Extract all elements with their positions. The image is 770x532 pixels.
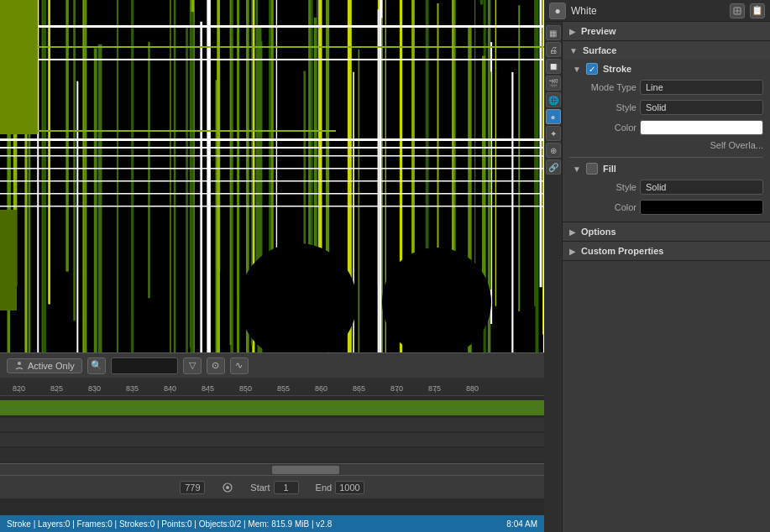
- camera-icon-btn[interactable]: ⊙: [207, 357, 225, 374]
- filter-icon: ▽: [189, 360, 196, 371]
- stroke-mode-type-row: Mode Type Line: [569, 78, 763, 96]
- end-label: End: [316, 482, 333, 493]
- person-icon: [14, 361, 24, 371]
- search-input[interactable]: [111, 357, 178, 374]
- particle-icon-btn[interactable]: ✦: [546, 126, 561, 141]
- timeline-tracks: [0, 396, 544, 463]
- ruler-tick: 875: [416, 384, 453, 393]
- keyframe-icon: [222, 482, 233, 493]
- stroke-mode-type-value[interactable]: Line: [640, 80, 763, 95]
- view-layer-icon-btn[interactable]: 🔲: [546, 59, 561, 74]
- self-overlap-row: Self Overla...: [569, 138, 763, 152]
- material-name: White: [571, 5, 725, 17]
- stroke-check-icon: ✓: [589, 65, 595, 74]
- ruler-tick: 820: [0, 384, 38, 393]
- section-preview: ▶ Preview: [563, 22, 770, 41]
- ruler-tick: 855: [265, 384, 302, 393]
- output-icon-btn[interactable]: 🖨: [546, 42, 561, 57]
- start-label: Start: [250, 482, 270, 493]
- stroke-color-row: Color: [569, 118, 763, 137]
- svg-point-0: [18, 362, 21, 365]
- new-material-btn[interactable]: 📋: [750, 3, 765, 18]
- custom-props-arrow-icon: ▶: [569, 247, 576, 256]
- scene-icon-btn[interactable]: 🎬: [546, 76, 561, 91]
- section-surface-header[interactable]: ▼ Surface: [563, 41, 770, 60]
- stroke-collapse-arrow: ▼: [573, 65, 581, 74]
- viewport: Active Only 🔍 ▽ ⊙ ∿: [0, 0, 544, 532]
- stroke-style-value[interactable]: Solid: [640, 100, 763, 115]
- fill-header: ▼ Fill: [569, 163, 763, 175]
- stroke-style-label: Style: [569, 102, 636, 112]
- fill-subsection: ▼ Fill Style Solid Color: [569, 163, 763, 216]
- section-surface: ▼ Surface ▼ ✓ Stroke: [563, 41, 770, 222]
- toolbar-left: Active Only 🔍 ▽ ⊙ ∿: [7, 357, 249, 374]
- ruler-tick: 835: [113, 384, 151, 393]
- wave-icon: ∿: [235, 360, 243, 371]
- section-options: ▶ Options: [563, 222, 770, 242]
- fill-checkbox[interactable]: [586, 163, 598, 175]
- stroke-style-row: Style Solid: [569, 98, 763, 117]
- fill-color-swatch[interactable]: [640, 200, 763, 215]
- panel-content: ▶ Preview ▼ Surface ▼: [563, 22, 770, 532]
- ruler-tick: 850: [227, 384, 265, 393]
- start-value[interactable]: 1: [274, 481, 299, 494]
- scrollbar-thumb[interactable]: [272, 466, 339, 474]
- stroke-checkbox[interactable]: ✓: [586, 63, 598, 75]
- self-overlap-label: Self Overla...: [569, 140, 763, 150]
- preview-title: Preview: [581, 26, 616, 36]
- stroke-label: Stroke: [603, 64, 631, 74]
- svg-point-2: [226, 486, 229, 489]
- camera-icon: ⊙: [212, 360, 219, 371]
- section-preview-header[interactable]: ▶ Preview: [563, 22, 770, 40]
- ruler-tick: 825: [38, 384, 76, 393]
- ruler-tick: 865: [340, 384, 378, 393]
- stroke-color-swatch[interactable]: [640, 120, 763, 135]
- section-options-header[interactable]: ▶ Options: [563, 222, 770, 241]
- wave-icon-btn[interactable]: ∿: [230, 357, 249, 374]
- constraints-icon-btn[interactable]: 🔗: [546, 159, 561, 175]
- track-row-green: [0, 400, 544, 415]
- main-container: Active Only 🔍 ▽ ⊙ ∿: [0, 0, 770, 532]
- current-frame[interactable]: 779: [180, 481, 205, 494]
- statusbar: Stroke | Layers:0 | Frames:0 | Strokes:0…: [0, 515, 544, 532]
- right-panel: ● White 📋 ▦ 🖨 🔲 🎬 🌐 ● ✦ ⊕ 🔗: [544, 0, 770, 532]
- frame-number-group: 779: [180, 481, 205, 494]
- fill-style-row: Style Solid: [569, 178, 763, 196]
- filter-icon-btn[interactable]: ▽: [183, 357, 202, 374]
- options-arrow-icon: ▶: [569, 227, 576, 237]
- ruler-tick: 840: [151, 384, 189, 393]
- panel-top-header: ● White 📋: [544, 0, 770, 22]
- viewport-canvas[interactable]: [0, 0, 544, 352]
- material-sphere-icon: ●: [549, 3, 566, 19]
- timeline-footer: 779 Start 1 End 1000: [0, 475, 544, 498]
- preview-arrow-icon: ▶: [569, 27, 576, 36]
- section-custom-properties-header[interactable]: ▶ Custom Properties: [563, 242, 770, 260]
- world-icon-btn[interactable]: 🌐: [546, 92, 561, 107]
- timeline: Active Only 🔍 ▽ ⊙ ∿: [0, 352, 544, 532]
- playback-icon-btn[interactable]: [222, 482, 233, 493]
- custom-props-title: Custom Properties: [581, 246, 663, 256]
- active-only-label: Active Only: [28, 361, 75, 371]
- fill-label: Fill: [603, 164, 616, 174]
- options-title: Options: [581, 227, 616, 237]
- fill-color-row: Color: [569, 198, 763, 216]
- material-icon-btn[interactable]: ●: [546, 109, 561, 124]
- browse-material-btn[interactable]: [730, 3, 745, 18]
- timeline-toolbar: Active Only 🔍 ▽ ⊙ ∿: [0, 352, 544, 378]
- timeline-scrollbar[interactable]: [0, 463, 544, 475]
- stroke-color-label: Color: [569, 123, 636, 133]
- ruler-tick: 870: [378, 384, 416, 393]
- render-icon-btn[interactable]: ▦: [546, 25, 561, 40]
- fill-color-label: Color: [569, 202, 636, 212]
- fill-collapse-arrow: ▼: [573, 164, 581, 174]
- search-icon-btn[interactable]: 🔍: [87, 357, 106, 374]
- ruler-tick: 880: [453, 384, 491, 393]
- surface-arrow-icon: ▼: [569, 46, 578, 55]
- section-custom-properties: ▶ Custom Properties: [563, 242, 770, 261]
- end-value[interactable]: 1000: [335, 481, 364, 494]
- fill-style-value[interactable]: Solid: [640, 180, 763, 195]
- ruler-tick: 830: [76, 384, 113, 393]
- stroke-header: ▼ ✓ Stroke: [569, 63, 763, 75]
- active-only-button[interactable]: Active Only: [7, 358, 82, 373]
- physics-icon-btn[interactable]: ⊕: [546, 143, 561, 158]
